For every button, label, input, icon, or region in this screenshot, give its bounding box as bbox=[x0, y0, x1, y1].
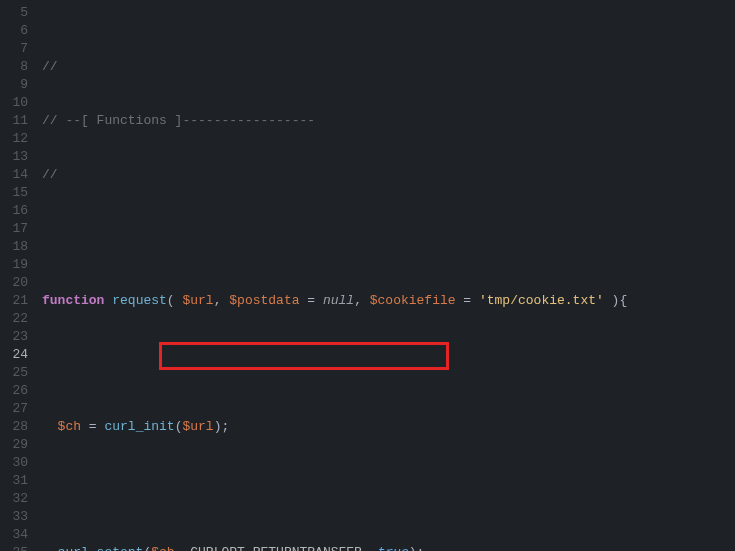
code-line bbox=[42, 346, 735, 364]
code-line: // bbox=[42, 58, 735, 76]
code-line: // bbox=[42, 166, 735, 184]
code-editor[interactable]: 5678910111213141516171819202122232425262… bbox=[0, 0, 735, 551]
code-line: $ch = curl_init($url); bbox=[42, 418, 735, 436]
line-number-gutter: 5678910111213141516171819202122232425262… bbox=[0, 0, 34, 551]
code-line: curl_setopt($ch, CURLOPT_RETURNTRANSFER,… bbox=[42, 544, 735, 551]
code-line bbox=[42, 472, 735, 490]
code-line-function-sig: function request( $url, $postdata = null… bbox=[42, 292, 735, 310]
code-line: // --[ Functions ]----------------- bbox=[42, 112, 735, 130]
code-area[interactable]: // // --[ Functions ]----------------- /… bbox=[34, 0, 735, 551]
code-line bbox=[42, 220, 735, 238]
